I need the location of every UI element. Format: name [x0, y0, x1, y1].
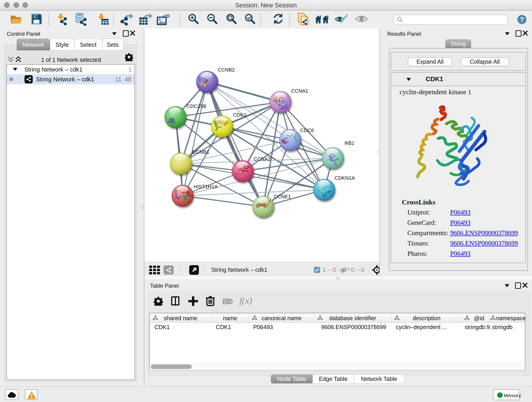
svg-text:HIST1H1A: HIST1H1A — [194, 184, 218, 190]
svg-text:CDC6: CDC6 — [300, 128, 314, 133]
svg-text:CCNB1: CCNB1 — [192, 149, 209, 155]
svg-text:CCNE1: CCNE1 — [274, 194, 291, 199]
svg-text:CDC25B: CDC25B — [186, 103, 206, 109]
svg-text:CCNB2: CCNB2 — [218, 67, 235, 73]
svg-text:CCNA2: CCNA2 — [254, 156, 271, 162]
svg-text:RB1: RB1 — [345, 140, 355, 146]
svg-text:CDKN1A: CDKN1A — [335, 175, 355, 181]
svg-text:CDK1: CDK1 — [233, 112, 247, 118]
svg-text:CCNA1: CCNA1 — [291, 88, 308, 94]
